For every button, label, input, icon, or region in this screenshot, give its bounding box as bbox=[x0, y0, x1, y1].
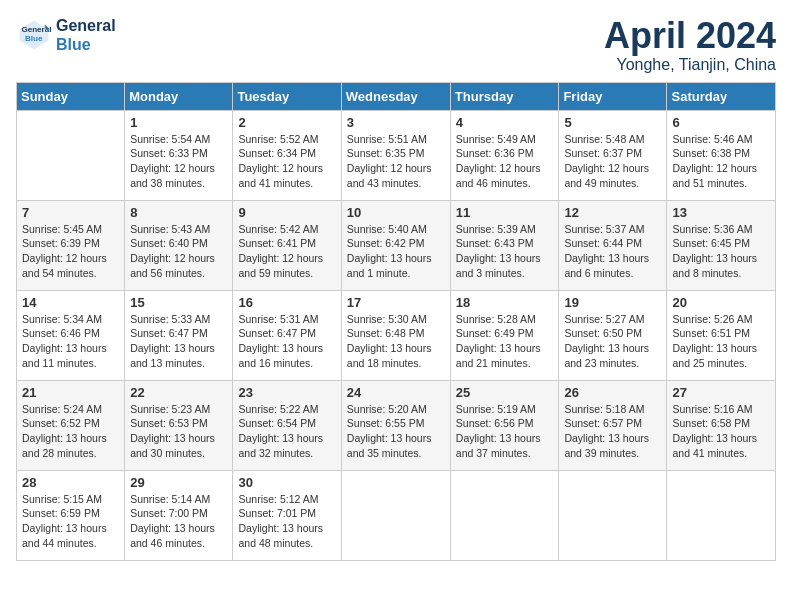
calendar-cell: 20Sunrise: 5:26 AM Sunset: 6:51 PM Dayli… bbox=[667, 290, 776, 380]
cell-info: Sunrise: 5:12 AM Sunset: 7:01 PM Dayligh… bbox=[238, 492, 335, 551]
cell-info: Sunrise: 5:14 AM Sunset: 7:00 PM Dayligh… bbox=[130, 492, 227, 551]
weekday-header-friday: Friday bbox=[559, 82, 667, 110]
cell-date: 17 bbox=[347, 295, 445, 310]
calendar-cell bbox=[667, 470, 776, 560]
week-row-2: 7Sunrise: 5:45 AM Sunset: 6:39 PM Daylig… bbox=[17, 200, 776, 290]
calendar-cell: 24Sunrise: 5:20 AM Sunset: 6:55 PM Dayli… bbox=[341, 380, 450, 470]
logo-blue: Blue bbox=[56, 35, 116, 54]
cell-info: Sunrise: 5:26 AM Sunset: 6:51 PM Dayligh… bbox=[672, 312, 770, 371]
calendar-cell: 1Sunrise: 5:54 AM Sunset: 6:33 PM Daylig… bbox=[125, 110, 233, 200]
cell-info: Sunrise: 5:34 AM Sunset: 6:46 PM Dayligh… bbox=[22, 312, 119, 371]
cell-info: Sunrise: 5:45 AM Sunset: 6:39 PM Dayligh… bbox=[22, 222, 119, 281]
calendar-cell: 4Sunrise: 5:49 AM Sunset: 6:36 PM Daylig… bbox=[450, 110, 559, 200]
location-title: Yonghe, Tianjin, China bbox=[604, 56, 776, 74]
cell-info: Sunrise: 5:20 AM Sunset: 6:55 PM Dayligh… bbox=[347, 402, 445, 461]
calendar-cell: 22Sunrise: 5:23 AM Sunset: 6:53 PM Dayli… bbox=[125, 380, 233, 470]
calendar-cell: 5Sunrise: 5:48 AM Sunset: 6:37 PM Daylig… bbox=[559, 110, 667, 200]
cell-date: 6 bbox=[672, 115, 770, 130]
cell-date: 8 bbox=[130, 205, 227, 220]
calendar-cell: 11Sunrise: 5:39 AM Sunset: 6:43 PM Dayli… bbox=[450, 200, 559, 290]
calendar-cell: 18Sunrise: 5:28 AM Sunset: 6:49 PM Dayli… bbox=[450, 290, 559, 380]
cell-date: 2 bbox=[238, 115, 335, 130]
cell-info: Sunrise: 5:27 AM Sunset: 6:50 PM Dayligh… bbox=[564, 312, 661, 371]
cell-date: 25 bbox=[456, 385, 554, 400]
calendar-cell: 15Sunrise: 5:33 AM Sunset: 6:47 PM Dayli… bbox=[125, 290, 233, 380]
cell-info: Sunrise: 5:42 AM Sunset: 6:41 PM Dayligh… bbox=[238, 222, 335, 281]
weekday-header-wednesday: Wednesday bbox=[341, 82, 450, 110]
cell-info: Sunrise: 5:28 AM Sunset: 6:49 PM Dayligh… bbox=[456, 312, 554, 371]
cell-info: Sunrise: 5:16 AM Sunset: 6:58 PM Dayligh… bbox=[672, 402, 770, 461]
calendar-cell bbox=[341, 470, 450, 560]
calendar-table: SundayMondayTuesdayWednesdayThursdayFrid… bbox=[16, 82, 776, 561]
calendar-cell: 9Sunrise: 5:42 AM Sunset: 6:41 PM Daylig… bbox=[233, 200, 341, 290]
cell-date: 12 bbox=[564, 205, 661, 220]
cell-date: 4 bbox=[456, 115, 554, 130]
cell-date: 20 bbox=[672, 295, 770, 310]
calendar-cell: 17Sunrise: 5:30 AM Sunset: 6:48 PM Dayli… bbox=[341, 290, 450, 380]
calendar-cell: 30Sunrise: 5:12 AM Sunset: 7:01 PM Dayli… bbox=[233, 470, 341, 560]
cell-date: 15 bbox=[130, 295, 227, 310]
week-row-5: 28Sunrise: 5:15 AM Sunset: 6:59 PM Dayli… bbox=[17, 470, 776, 560]
cell-date: 7 bbox=[22, 205, 119, 220]
cell-info: Sunrise: 5:19 AM Sunset: 6:56 PM Dayligh… bbox=[456, 402, 554, 461]
week-row-4: 21Sunrise: 5:24 AM Sunset: 6:52 PM Dayli… bbox=[17, 380, 776, 470]
cell-info: Sunrise: 5:24 AM Sunset: 6:52 PM Dayligh… bbox=[22, 402, 119, 461]
calendar-cell: 8Sunrise: 5:43 AM Sunset: 6:40 PM Daylig… bbox=[125, 200, 233, 290]
cell-date: 10 bbox=[347, 205, 445, 220]
cell-info: Sunrise: 5:51 AM Sunset: 6:35 PM Dayligh… bbox=[347, 132, 445, 191]
cell-date: 5 bbox=[564, 115, 661, 130]
title-block: April 2024 Yonghe, Tianjin, China bbox=[604, 16, 776, 74]
calendar-cell: 19Sunrise: 5:27 AM Sunset: 6:50 PM Dayli… bbox=[559, 290, 667, 380]
cell-info: Sunrise: 5:37 AM Sunset: 6:44 PM Dayligh… bbox=[564, 222, 661, 281]
cell-info: Sunrise: 5:39 AM Sunset: 6:43 PM Dayligh… bbox=[456, 222, 554, 281]
calendar-cell: 7Sunrise: 5:45 AM Sunset: 6:39 PM Daylig… bbox=[17, 200, 125, 290]
cell-info: Sunrise: 5:30 AM Sunset: 6:48 PM Dayligh… bbox=[347, 312, 445, 371]
calendar-cell: 3Sunrise: 5:51 AM Sunset: 6:35 PM Daylig… bbox=[341, 110, 450, 200]
calendar-cell: 27Sunrise: 5:16 AM Sunset: 6:58 PM Dayli… bbox=[667, 380, 776, 470]
cell-info: Sunrise: 5:43 AM Sunset: 6:40 PM Dayligh… bbox=[130, 222, 227, 281]
calendar-cell: 21Sunrise: 5:24 AM Sunset: 6:52 PM Dayli… bbox=[17, 380, 125, 470]
page-header: General Blue General Blue April 2024 Yon… bbox=[16, 16, 776, 74]
calendar-cell: 2Sunrise: 5:52 AM Sunset: 6:34 PM Daylig… bbox=[233, 110, 341, 200]
calendar-cell: 10Sunrise: 5:40 AM Sunset: 6:42 PM Dayli… bbox=[341, 200, 450, 290]
cell-info: Sunrise: 5:46 AM Sunset: 6:38 PM Dayligh… bbox=[672, 132, 770, 191]
cell-date: 13 bbox=[672, 205, 770, 220]
logo: General Blue General Blue bbox=[16, 16, 116, 54]
calendar-cell bbox=[559, 470, 667, 560]
cell-date: 1 bbox=[130, 115, 227, 130]
week-row-1: 1Sunrise: 5:54 AM Sunset: 6:33 PM Daylig… bbox=[17, 110, 776, 200]
month-title: April 2024 bbox=[604, 16, 776, 56]
cell-date: 29 bbox=[130, 475, 227, 490]
calendar-cell: 6Sunrise: 5:46 AM Sunset: 6:38 PM Daylig… bbox=[667, 110, 776, 200]
calendar-cell bbox=[450, 470, 559, 560]
cell-info: Sunrise: 5:54 AM Sunset: 6:33 PM Dayligh… bbox=[130, 132, 227, 191]
cell-info: Sunrise: 5:48 AM Sunset: 6:37 PM Dayligh… bbox=[564, 132, 661, 191]
calendar-header: SundayMondayTuesdayWednesdayThursdayFrid… bbox=[17, 82, 776, 110]
cell-info: Sunrise: 5:33 AM Sunset: 6:47 PM Dayligh… bbox=[130, 312, 227, 371]
calendar-cell: 25Sunrise: 5:19 AM Sunset: 6:56 PM Dayli… bbox=[450, 380, 559, 470]
cell-date: 24 bbox=[347, 385, 445, 400]
cell-info: Sunrise: 5:31 AM Sunset: 6:47 PM Dayligh… bbox=[238, 312, 335, 371]
calendar-cell: 26Sunrise: 5:18 AM Sunset: 6:57 PM Dayli… bbox=[559, 380, 667, 470]
cell-info: Sunrise: 5:22 AM Sunset: 6:54 PM Dayligh… bbox=[238, 402, 335, 461]
cell-date: 23 bbox=[238, 385, 335, 400]
calendar-cell: 29Sunrise: 5:14 AM Sunset: 7:00 PM Dayli… bbox=[125, 470, 233, 560]
calendar-cell: 13Sunrise: 5:36 AM Sunset: 6:45 PM Dayli… bbox=[667, 200, 776, 290]
weekday-header-tuesday: Tuesday bbox=[233, 82, 341, 110]
cell-date: 27 bbox=[672, 385, 770, 400]
cell-date: 16 bbox=[238, 295, 335, 310]
logo-general: General bbox=[56, 16, 116, 35]
cell-date: 9 bbox=[238, 205, 335, 220]
weekday-header-saturday: Saturday bbox=[667, 82, 776, 110]
cell-date: 26 bbox=[564, 385, 661, 400]
calendar-cell: 14Sunrise: 5:34 AM Sunset: 6:46 PM Dayli… bbox=[17, 290, 125, 380]
cell-info: Sunrise: 5:23 AM Sunset: 6:53 PM Dayligh… bbox=[130, 402, 227, 461]
calendar-cell: 16Sunrise: 5:31 AM Sunset: 6:47 PM Dayli… bbox=[233, 290, 341, 380]
cell-info: Sunrise: 5:36 AM Sunset: 6:45 PM Dayligh… bbox=[672, 222, 770, 281]
calendar-cell bbox=[17, 110, 125, 200]
svg-text:Blue: Blue bbox=[25, 34, 43, 43]
cell-date: 21 bbox=[22, 385, 119, 400]
logo-icon: General Blue bbox=[16, 17, 52, 53]
week-row-3: 14Sunrise: 5:34 AM Sunset: 6:46 PM Dayli… bbox=[17, 290, 776, 380]
calendar-cell: 28Sunrise: 5:15 AM Sunset: 6:59 PM Dayli… bbox=[17, 470, 125, 560]
